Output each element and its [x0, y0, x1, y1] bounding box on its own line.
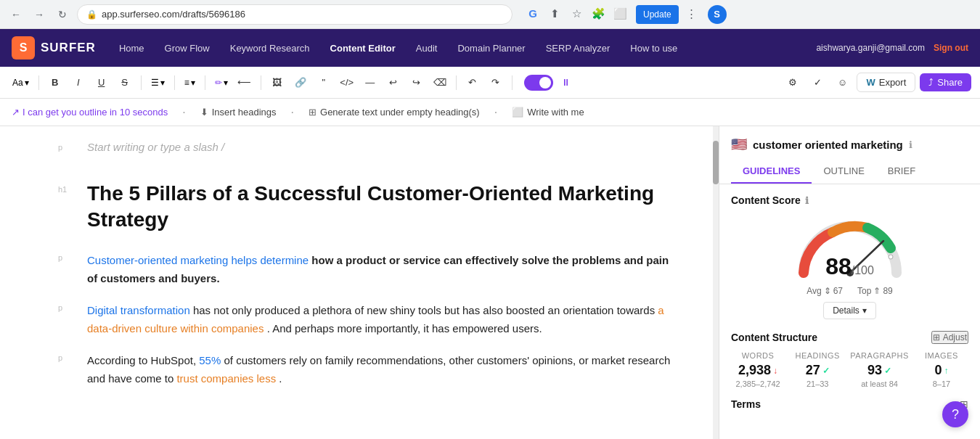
p-label-2: p [58, 301, 87, 312]
chevron-down-icon-4: ▾ [224, 78, 228, 88]
italic-button[interactable]: I [68, 73, 89, 93]
nav-item-content-editor[interactable]: Content Editor [322, 38, 404, 58]
indent-button[interactable]: ⟵ [234, 73, 255, 93]
dot-2: · [291, 106, 294, 119]
write-with-me-action[interactable]: ⬜ Write with me [512, 107, 584, 118]
underline-button[interactable]: U [91, 73, 112, 93]
fullscreen-icon[interactable]: ⬜ [611, 5, 629, 22]
toolbar-right: ⚙ ✓ ☺ W Export ⤴ Share [783, 73, 971, 93]
font-size-dropdown[interactable]: Aa ▾ [9, 75, 33, 90]
insert-headings-action[interactable]: ⬇ Insert headings [200, 107, 277, 118]
strikethrough-button[interactable]: S [115, 73, 135, 93]
separator-7 [512, 75, 513, 90]
panel-keyword: customer oriented marketing [753, 139, 903, 151]
pause-button[interactable]: ⏸ [556, 73, 576, 93]
hr-button[interactable]: — [360, 73, 380, 93]
headings-icon: ⬇ [200, 107, 208, 118]
settings-button[interactable]: ⚙ [783, 73, 803, 93]
paragraphs-range: at least 84 [850, 379, 909, 388]
paragraph-1[interactable]: Customer-oriented marketing helps determ… [87, 251, 675, 288]
images-label: IMAGES [915, 351, 968, 360]
info-icon[interactable]: ℹ [909, 139, 912, 150]
bold-button[interactable]: B [45, 73, 65, 93]
mode-toggle[interactable] [524, 75, 553, 91]
tab-outline[interactable]: OUTLINE [812, 160, 875, 184]
profile-avatar[interactable]: S [708, 5, 727, 24]
paragraphs-label: PARAGRAPHS [850, 351, 909, 360]
adjust-button[interactable]: ⊞ Adjust [931, 331, 968, 344]
google-icon[interactable]: G [524, 5, 542, 22]
undo2-button[interactable]: ↶ [462, 73, 483, 93]
app: S SURFER Home Grow Flow Keyword Research… [0, 29, 980, 439]
nav-item-keyword-research[interactable]: Keyword Research [221, 38, 319, 58]
nav-signout[interactable]: Sign out [934, 43, 968, 53]
separator-4 [205, 75, 205, 90]
details-button[interactable]: Details ▾ [823, 302, 876, 319]
keyword-row: 🇺🇸 customer oriented marketing ℹ [731, 136, 968, 152]
paragraphs-trend-icon: ✓ [884, 366, 891, 376]
share-browser-icon[interactable]: ⬆ [546, 5, 563, 22]
placeholder-block: p Start writing or type a slash / [58, 141, 675, 168]
align-dropdown[interactable]: ☰ ▾ [147, 75, 168, 90]
back-button[interactable]: ← [7, 6, 25, 23]
nav-item-home[interactable]: Home [110, 38, 153, 58]
redo-button[interactable]: ↪ [407, 73, 427, 93]
paragraph-3[interactable]: According to HubSpot, 55% of customers r… [87, 351, 675, 388]
list-dropdown[interactable]: ≡ ▾ [181, 75, 199, 90]
images-range: 8–17 [915, 379, 968, 388]
p3-text-3: . [279, 372, 282, 385]
extensions-icon[interactable]: 🧩 [589, 5, 607, 22]
outline-icon: ↗ [12, 107, 20, 118]
words-trend-icon: ↓ [773, 366, 777, 376]
browser-bar: ← → ↻ 🔒 app.surferseo.com/drafts/5696186… [0, 0, 980, 29]
refresh-button[interactable]: ↻ [54, 6, 71, 23]
erase-button[interactable]: ⌫ [430, 73, 450, 93]
panel-tabs: GUIDELINES OUTLINE BRIEF [731, 160, 968, 184]
editor-area[interactable]: p Start writing or type a slash / h1 The… [0, 126, 719, 439]
smiley-button[interactable]: ☺ [832, 73, 852, 93]
separator-3 [174, 75, 175, 90]
nav-item-audit[interactable]: Audit [407, 38, 446, 58]
image-button[interactable]: 🖼 [267, 73, 287, 93]
p3-text-1: According to HubSpot, [87, 354, 199, 366]
generate-text-action[interactable]: ⊞ Generate text under empty heading(s) [309, 107, 480, 118]
score-info-icon[interactable]: ℹ [805, 195, 809, 206]
tab-brief[interactable]: BRIEF [876, 160, 927, 184]
redo2-button[interactable]: ↷ [486, 73, 506, 93]
p2-blue-text: Digital transformation [87, 304, 190, 316]
export-button[interactable]: W Export [857, 73, 915, 92]
nav-item-growflow[interactable]: Grow Flow [156, 38, 219, 58]
p2-text-1: has not only produced a plethora of new … [193, 304, 658, 316]
logo-area: S SURFER [12, 36, 96, 60]
cs-title: Content Structure [731, 332, 817, 343]
quote-button[interactable]: " [314, 73, 334, 93]
outline-link[interactable]: ↗ I can get you outline in 10 seconds [12, 107, 168, 118]
nav-item-serp-analyzer[interactable]: SERP Analyzer [537, 38, 619, 58]
scrollbar-thumb[interactable] [713, 141, 719, 184]
share-button[interactable]: ⤴ Share [920, 73, 971, 91]
chevron-down-icon-5: ▾ [862, 305, 867, 316]
article-title[interactable]: The 5 Pillars of a Successful Customer-O… [87, 181, 675, 234]
paragraph-2[interactable]: Digital transformation has not only prod… [87, 301, 675, 338]
update-button[interactable]: Update [636, 5, 679, 24]
paragraph-1-block: p Customer-oriented marketing helps dete… [58, 251, 675, 288]
nav-right: aishwarya.ganji@gmail.com Sign out [816, 43, 968, 53]
cs-header: Content Structure ⊞ Adjust [731, 331, 968, 344]
check-button[interactable]: ✓ [807, 73, 828, 93]
tab-guidelines[interactable]: GUIDELINES [731, 160, 812, 184]
address-bar[interactable]: 🔒 app.surferseo.com/drafts/5696186 [77, 4, 513, 25]
highlight-dropdown[interactable]: ✏ ▾ [211, 75, 232, 90]
headings-trend-icon: ✓ [822, 366, 830, 376]
undo-button[interactable]: ↩ [383, 73, 404, 93]
headings-value: 27 ✓ [791, 363, 844, 378]
bookmark-icon[interactable]: ☆ [568, 5, 585, 22]
scrollbar-track[interactable] [713, 126, 719, 439]
code-button[interactable]: </> [337, 73, 357, 93]
menu-icon[interactable]: ⋮ [683, 5, 701, 22]
nav-item-domain-planner[interactable]: Domain Planner [449, 38, 534, 58]
nav-item-how-to-use[interactable]: How to use [621, 38, 686, 58]
write-icon: ⬜ [512, 107, 523, 118]
forward-button[interactable]: → [30, 6, 48, 23]
link-button[interactable]: 🔗 [290, 73, 311, 93]
help-button[interactable]: ? [942, 401, 968, 427]
